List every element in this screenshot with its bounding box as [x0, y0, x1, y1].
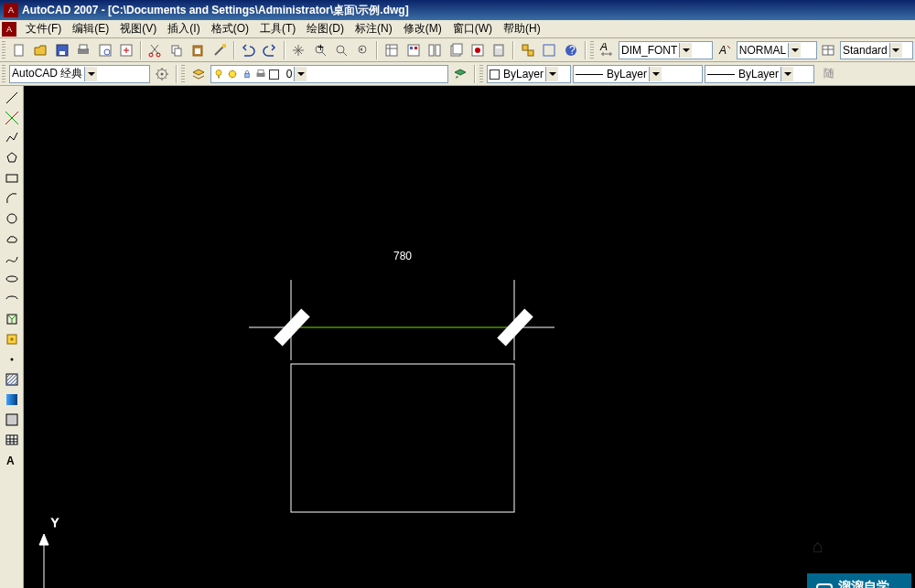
svg-text:A: A — [718, 44, 727, 57]
rectangle-icon[interactable] — [2, 168, 22, 188]
pan-icon[interactable] — [289, 40, 308, 60]
cut-icon[interactable] — [145, 40, 165, 60]
table-style-icon[interactable] — [819, 40, 838, 60]
ellipse-icon[interactable] — [2, 269, 22, 289]
chevron-down-icon[interactable] — [780, 67, 793, 81]
clean-screen-icon[interactable] — [540, 40, 559, 60]
zoom-window-icon[interactable] — [331, 40, 350, 60]
design-center-icon[interactable] — [404, 40, 423, 60]
menu-insert[interactable]: 插入(I) — [162, 19, 205, 38]
tool-palettes-icon[interactable] — [425, 40, 444, 60]
point-icon[interactable] — [2, 349, 22, 369]
chevron-down-icon[interactable] — [545, 67, 558, 81]
print-icon[interactable] — [73, 40, 92, 60]
svg-point-40 — [161, 72, 164, 75]
markup-icon[interactable] — [468, 40, 487, 60]
block-editor-icon[interactable] — [518, 40, 537, 60]
toolbar-grip[interactable] — [2, 65, 5, 83]
toolbar-standard: + ? A DIM_FONT A NORMAL Standard — [0, 38, 915, 62]
menu-help[interactable]: 帮助(H) — [498, 19, 546, 38]
svg-rect-22 — [414, 47, 417, 49]
menu-modify[interactable]: 修改(M) — [398, 19, 447, 38]
undo-icon[interactable] — [239, 40, 258, 60]
toolbar-grip[interactable] — [590, 41, 594, 59]
menu-format[interactable]: 格式(O) — [206, 19, 254, 38]
menu-edit[interactable]: 编辑(E) — [67, 19, 114, 38]
linetype-combo[interactable]: ByLayer — [573, 65, 703, 83]
menu-draw[interactable]: 绘图(D) — [301, 19, 350, 38]
separator — [284, 41, 285, 59]
toolbar-grip[interactable] — [2, 41, 5, 59]
copy-icon[interactable] — [167, 40, 186, 60]
table-style-combo[interactable]: Standard — [840, 41, 913, 59]
paste-icon[interactable] — [188, 40, 208, 60]
match-props-icon[interactable] — [210, 40, 229, 60]
menu-view[interactable]: 视图(V) — [114, 19, 162, 38]
menu-file[interactable]: 文件(F) — [20, 19, 67, 38]
document-icon[interactable]: A — [2, 22, 16, 37]
dim-style-combo[interactable]: DIM_FONT — [619, 41, 713, 59]
spline-icon[interactable] — [2, 249, 22, 269]
publish-icon[interactable] — [116, 40, 135, 60]
chevron-down-icon[interactable] — [294, 67, 307, 81]
line-icon[interactable] — [2, 88, 22, 108]
dim-style-icon[interactable]: A — [597, 40, 617, 60]
arc-icon[interactable] — [2, 188, 22, 208]
separator — [585, 41, 587, 59]
ellipse-arc-icon[interactable] — [2, 289, 22, 309]
redo-icon[interactable] — [260, 40, 279, 60]
layer-combo[interactable]: 0 — [210, 65, 448, 83]
insert-block-icon[interactable] — [2, 309, 22, 329]
properties-icon[interactable] — [382, 40, 401, 60]
save-icon[interactable] — [52, 40, 71, 60]
text-style-icon[interactable]: A — [715, 40, 734, 60]
table-icon[interactable] — [2, 430, 22, 450]
new-icon[interactable] — [9, 40, 28, 60]
mtext-icon[interactable]: A — [2, 450, 22, 470]
hatch-icon[interactable] — [2, 369, 22, 390]
workspace-combo[interactable]: AutoCAD 经典 — [9, 65, 150, 83]
menu-window[interactable]: 窗口(W) — [447, 19, 498, 38]
gradient-icon[interactable] — [2, 390, 22, 410]
color-combo[interactable]: ByLayer — [487, 65, 571, 83]
workspace-settings-icon[interactable] — [152, 64, 172, 84]
watermark-badge: 溜溜自学 zixue.3d66.com — [807, 573, 911, 588]
layer-name: 0 — [286, 68, 293, 80]
svg-rect-29 — [494, 45, 503, 56]
make-block-icon[interactable] — [2, 329, 22, 349]
chevron-down-icon[interactable] — [889, 43, 902, 58]
text-style-combo[interactable]: NORMAL — [737, 41, 817, 59]
chevron-down-icon[interactable] — [788, 43, 801, 58]
calculator-icon[interactable] — [490, 40, 509, 60]
linetype-value: ByLayer — [576, 68, 647, 80]
drawing-canvas[interactable]: 780 Y ⌂ 溜溜自学 zixue.3d66.com — [24, 86, 915, 588]
menu-dimension[interactable]: 标注(N) — [350, 19, 398, 38]
help-icon[interactable]: ? — [561, 40, 580, 60]
open-icon[interactable] — [30, 40, 49, 60]
sheet-set-icon[interactable] — [447, 40, 466, 60]
layer-previous-icon[interactable] — [450, 64, 470, 84]
construction-line-icon[interactable] — [2, 108, 22, 128]
svg-rect-32 — [528, 50, 533, 56]
chevron-down-icon[interactable] — [649, 67, 662, 81]
svg-point-48 — [7, 214, 16, 223]
circle-icon[interactable] — [2, 208, 22, 229]
svg-rect-4 — [80, 45, 87, 49]
plot-preview-icon[interactable] — [95, 40, 114, 60]
toolbar-grip[interactable] — [181, 65, 185, 83]
layer-manager-icon[interactable] — [188, 64, 209, 84]
polygon-icon[interactable] — [2, 148, 22, 168]
chevron-down-icon[interactable] — [84, 67, 97, 81]
zoom-realtime-icon[interactable]: + — [310, 40, 329, 60]
revision-cloud-icon[interactable] — [2, 229, 22, 249]
lineweight-combo[interactable]: ByLayer — [705, 65, 814, 83]
svg-text:+: + — [318, 43, 324, 54]
toolbar-grip[interactable] — [479, 65, 483, 83]
bycolor-button[interactable]: 随 — [816, 64, 842, 84]
chevron-down-icon[interactable] — [679, 43, 692, 58]
polyline-icon[interactable] — [2, 128, 22, 148]
menu-tools[interactable]: 工具(T) — [254, 19, 301, 38]
region-icon[interactable] — [2, 410, 22, 430]
watermark-brand: 溜溜自学 — [838, 579, 889, 588]
zoom-previous-icon[interactable] — [353, 40, 372, 60]
